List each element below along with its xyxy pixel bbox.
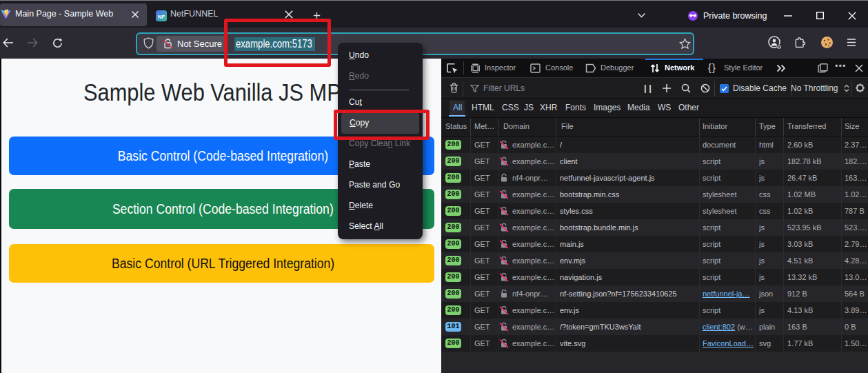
svg-text:NF: NF xyxy=(158,14,165,20)
